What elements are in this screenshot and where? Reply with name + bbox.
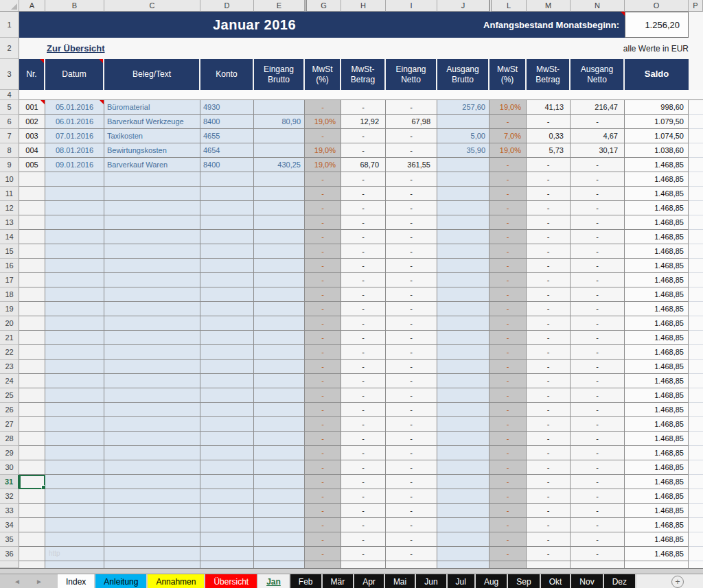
cell-N19[interactable]: - — [571, 302, 625, 316]
cell-C16[interactable] — [104, 259, 200, 273]
cell-G32[interactable]: - — [305, 489, 341, 504]
cell-H29[interactable]: - — [341, 446, 386, 460]
cell-H35[interactable]: - — [341, 532, 386, 547]
cell-A16[interactable] — [19, 259, 45, 273]
row-header-28[interactable]: 28 — [0, 432, 19, 446]
cell-J10[interactable] — [437, 172, 489, 187]
row-header-34[interactable]: 34 — [0, 518, 19, 532]
col-header-D[interactable]: D — [200, 0, 254, 12]
cell-P7[interactable] — [689, 129, 703, 143]
cell-J23[interactable] — [437, 360, 489, 374]
header-eingang-brutto[interactable]: Eingang Brutto — [254, 59, 305, 90]
cell-J20[interactable] — [437, 316, 489, 331]
header-nr[interactable]: Nr. — [19, 59, 45, 90]
cell-E7[interactable] — [254, 129, 305, 143]
cell-L25[interactable]: - — [489, 388, 527, 403]
row-header-31[interactable]: 31 — [0, 475, 19, 489]
cell-M33[interactable]: - — [527, 504, 571, 518]
cell-E11[interactable] — [254, 187, 305, 201]
cell-L30[interactable]: - — [489, 460, 527, 475]
cell-L26[interactable]: - — [489, 403, 527, 417]
cell-E30[interactable] — [254, 460, 305, 475]
cell-A11[interactable] — [19, 187, 45, 201]
cell-L8[interactable]: 19,0% — [489, 143, 527, 158]
cell-A12[interactable] — [19, 201, 45, 215]
cell-L36[interactable]: - — [489, 547, 527, 561]
cell-P3[interactable] — [689, 59, 703, 90]
cell-I30[interactable]: - — [386, 460, 437, 475]
cell-H7[interactable]: - — [341, 129, 386, 143]
cell-P15[interactable] — [689, 244, 703, 259]
cell-P25[interactable] — [689, 388, 703, 403]
cell-D31[interactable] — [200, 475, 254, 489]
cell-E5[interactable] — [254, 100, 305, 115]
cell-J18[interactable] — [437, 287, 489, 302]
cell-I11[interactable]: - — [386, 187, 437, 201]
cell-L20[interactable]: - — [489, 316, 527, 331]
cell-J28[interactable] — [437, 432, 489, 446]
row-header-14[interactable]: 14 — [0, 230, 19, 244]
cell-P9[interactable] — [689, 158, 703, 172]
cell-G6[interactable]: 19,0% — [305, 115, 341, 129]
cell-P12[interactable] — [689, 201, 703, 215]
cell-N20[interactable]: - — [571, 316, 625, 331]
cell-A8[interactable]: 004 — [19, 143, 45, 158]
cell-B13[interactable] — [45, 215, 104, 230]
row-header-23[interactable]: 23 — [0, 360, 19, 374]
cell-D34[interactable] — [200, 518, 254, 532]
cell-M5[interactable]: 41,13 — [527, 100, 571, 115]
cell-I10[interactable]: - — [386, 172, 437, 187]
cell-B31[interactable] — [45, 475, 104, 489]
row-header-15[interactable]: 15 — [0, 244, 19, 259]
cell-M7[interactable]: 0,33 — [527, 129, 571, 143]
cell-I15[interactable]: - — [386, 244, 437, 259]
cell-C19[interactable] — [104, 302, 200, 316]
cell-I6[interactable]: 67,98 — [386, 115, 437, 129]
cell-G26[interactable]: - — [305, 403, 341, 417]
cell-O34[interactable]: 1.468,85 — [625, 518, 689, 532]
row-header-1[interactable]: 1 — [0, 12, 19, 38]
cell-O35[interactable]: 1.468,85 — [625, 532, 689, 547]
cell-B12[interactable] — [45, 201, 104, 215]
cell[interactable] — [689, 561, 703, 568]
cell-I20[interactable]: - — [386, 316, 437, 331]
tab-dez[interactable]: Dez — [604, 574, 636, 588]
cell-I7[interactable]: - — [386, 129, 437, 143]
cell-I27[interactable]: - — [386, 417, 437, 432]
cell-P34[interactable] — [689, 518, 703, 532]
cell-C12[interactable] — [104, 201, 200, 215]
row-header-21[interactable]: 21 — [0, 331, 19, 345]
cell-A29[interactable] — [19, 446, 45, 460]
cell-A21[interactable] — [19, 331, 45, 345]
cell-B5[interactable]: 05.01.2016 — [45, 100, 104, 115]
tab-annahmen[interactable]: Annahmen — [148, 574, 205, 588]
cell-M17[interactable]: - — [527, 273, 571, 287]
cell-D6[interactable]: 8400 — [200, 115, 254, 129]
cell-D18[interactable] — [200, 287, 254, 302]
cell-D17[interactable] — [200, 273, 254, 287]
cell-I23[interactable]: - — [386, 360, 437, 374]
cell-P16[interactable] — [689, 259, 703, 273]
cell-O19[interactable]: 1.468,85 — [625, 302, 689, 316]
cell-H28[interactable]: - — [341, 432, 386, 446]
cell-A36[interactable] — [19, 547, 45, 561]
cell-L18[interactable]: - — [489, 287, 527, 302]
cell-I35[interactable]: - — [386, 532, 437, 547]
cell-C9[interactable]: Barverkauf Waren — [104, 158, 200, 172]
cell-A23[interactable] — [19, 360, 45, 374]
select-all-corner[interactable] — [0, 0, 19, 12]
col-header-C[interactable]: C — [104, 0, 200, 12]
cell-H19[interactable]: - — [341, 302, 386, 316]
cell-N25[interactable]: - — [571, 388, 625, 403]
cell-G31[interactable]: - — [305, 475, 341, 489]
cell-H5[interactable]: - — [341, 100, 386, 115]
cell-L9[interactable]: - — [489, 158, 527, 172]
cell-D13[interactable] — [200, 215, 254, 230]
header-beleg-text[interactable]: Beleg/Text — [104, 59, 200, 90]
cell-B30[interactable] — [45, 460, 104, 475]
cell-N24[interactable]: - — [571, 374, 625, 388]
col-header-G[interactable]: G — [305, 0, 341, 12]
cell-D9[interactable]: 8400 — [200, 158, 254, 172]
cell-E22[interactable] — [254, 345, 305, 360]
cell-E12[interactable] — [254, 201, 305, 215]
